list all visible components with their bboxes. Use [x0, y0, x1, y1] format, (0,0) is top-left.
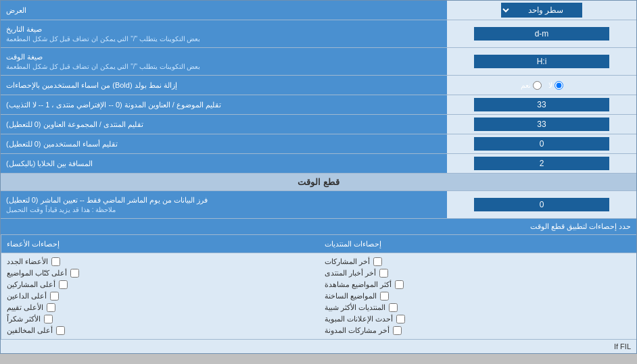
remove-bold-label: إزالة نمط بولد (Bold) من اسماء المستخدمي…: [1, 76, 447, 95]
stats-checkboxes-body: الأعضاء الجدد أعلى كتّاب المواضيع أعلى ا…: [1, 253, 636, 339]
realtime-days-label: فرز البيانات من يوم الماشر الماضي فقط --…: [1, 191, 447, 218]
display-select[interactable]: سطر واحد سطرين ثلاثة أسطر: [501, 3, 582, 18]
cell-spacing-input-cell: [447, 154, 636, 173]
date-format-input-cell: [447, 24, 636, 43]
check-latest-classified[interactable]: [396, 315, 405, 323]
check-hot-topics[interactable]: [380, 292, 389, 301]
check-last-posts[interactable]: [373, 257, 382, 266]
username-count-input-cell: [447, 134, 636, 153]
forum-count-input-cell: [447, 115, 636, 134]
stats-col1: الأعضاء الجدد أعلى كتّاب المواضيع أعلى ا…: [1, 253, 319, 339]
list-item: أحدث الإعلانات المبوية: [325, 313, 632, 325]
cell-spacing-input[interactable]: [474, 157, 609, 170]
list-item: أعلى المخالفين: [7, 325, 314, 336]
list-item: أخر مشاركات المدونة: [325, 325, 632, 336]
time-format-label: صيغة الوقت بعض التكوينات يتطلب "/" التي …: [1, 48, 447, 75]
time-format-input-cell: [447, 52, 636, 71]
list-item: المواضيع الساخنة: [325, 290, 632, 302]
check-new-members[interactable]: [51, 257, 60, 266]
forum-count-input[interactable]: [474, 118, 609, 131]
remove-bold-input-cell: نعم لا: [447, 76, 636, 95]
cell-spacing-row: المسافة بين الخلايا (بالبكسل): [1, 154, 636, 174]
list-item: المنتديات الأكثر شبية: [325, 302, 632, 313]
radio-yes-label[interactable]: نعم: [521, 81, 542, 90]
main-container: العرض سطر واحد سطرين ثلاثة أسطر صيغة الت…: [0, 0, 637, 354]
list-item: الأعلى تقييم: [7, 302, 314, 313]
username-count-row: تقليم أسماء المستخدمين (0 للتعطيل): [1, 134, 636, 154]
display-input-cell: سطر واحد سطرين ثلاثة أسطر: [447, 1, 636, 20]
forum-count-row: تقليم المنتدى / المجموعة العناوين (0 للت…: [1, 115, 636, 134]
realtime-section-header: قطع الوقت: [1, 174, 636, 191]
list-item: الأكثر شكراً: [7, 313, 314, 325]
check-last-news[interactable]: [379, 269, 388, 278]
stats-apply-label: حدد إحصاءات لتطبيق قطع الوقت: [1, 219, 636, 235]
display-label: العرض: [1, 1, 447, 20]
check-last-blog-posts[interactable]: [393, 326, 402, 335]
check-most-popular-forums[interactable]: [389, 303, 398, 312]
check-most-thanked[interactable]: [44, 315, 53, 323]
time-format-input[interactable]: [474, 55, 609, 68]
radio-yes[interactable]: [533, 81, 542, 90]
cell-spacing-label: المسافة بين الخلايا (بالبكسل): [1, 154, 447, 173]
topic-count-label: تقليم الموضوع / العناوين المدونة (0 -- ا…: [1, 95, 447, 114]
check-top-violators[interactable]: [56, 326, 65, 335]
check-top-posters[interactable]: [59, 280, 68, 289]
list-item: أعلى الداعين: [7, 290, 314, 302]
list-item: أكثر المواضيع مشاهدة: [325, 279, 632, 290]
forum-count-label: تقليم المنتدى / المجموعة العناوين (0 للت…: [1, 115, 447, 134]
realtime-days-input[interactable]: [474, 198, 609, 211]
topic-count-input-cell: [447, 95, 636, 114]
date-format-row: صيغة التاريخ بعض التكوينات يتطلب "/" الت…: [1, 20, 636, 48]
check-top-inviters[interactable]: [50, 292, 59, 301]
list-item: أخر المشاركات: [325, 256, 632, 267]
display-row: العرض سطر واحد سطرين ثلاثة أسطر: [1, 1, 636, 20]
list-item: الأعضاء الجدد: [7, 256, 314, 267]
stats-col1-header: إحصاءات الأعضاء: [1, 235, 319, 253]
stats-col-headers: إحصاءات الأعضاء إحصاءات المنتديات: [1, 235, 636, 253]
realtime-days-row: فرز البيانات من يوم الماشر الماضي فقط --…: [1, 191, 636, 219]
topic-count-input[interactable]: [474, 98, 609, 111]
date-format-label: صيغة التاريخ بعض التكوينات يتطلب "/" الت…: [1, 20, 447, 47]
date-format-input[interactable]: [474, 27, 609, 41]
topic-count-row: تقليم الموضوع / العناوين المدونة (0 -- ا…: [1, 95, 636, 115]
list-item: أعلى المشاركين: [7, 279, 314, 290]
check-top-rated[interactable]: [47, 303, 55, 312]
list-item: أعلى كتّاب المواضيع: [7, 267, 314, 279]
radio-no-label[interactable]: لا: [548, 81, 563, 90]
time-format-row: صيغة الوقت بعض التكوينات يتطلب "/" التي …: [1, 48, 636, 76]
check-top-topic-writers[interactable]: [70, 269, 79, 278]
realtime-days-input-cell: [447, 195, 636, 214]
stats-col2: أخر المشاركات أخر أخبار المنتدى أكثر الم…: [319, 253, 637, 339]
username-count-input[interactable]: [474, 137, 609, 151]
radio-no[interactable]: [555, 81, 563, 90]
remove-bold-row: إزالة نمط بولد (Bold) من اسماء المستخدمي…: [1, 76, 636, 95]
stats-col2-header: إحصاءات المنتديات: [319, 235, 637, 253]
if-fil-text: If FIL: [1, 340, 636, 353]
stats-section: حدد إحصاءات لتطبيق قطع الوقت إحصاءات الأ…: [1, 219, 636, 340]
username-count-label: تقليم أسماء المستخدمين (0 للتعطيل): [1, 134, 447, 153]
check-most-viewed[interactable]: [395, 280, 404, 289]
list-item: أخر أخبار المنتدى: [325, 267, 632, 279]
